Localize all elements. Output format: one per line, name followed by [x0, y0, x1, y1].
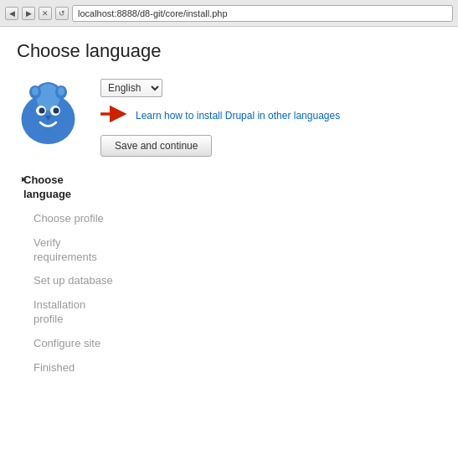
svg-point-6 [54, 108, 59, 114]
page-title: Choose language [17, 40, 441, 62]
step-label-set-up-database: Set up database [33, 274, 113, 288]
right-content: English French German Spanish [100, 75, 441, 157]
reload-button[interactable]: ↺ [55, 7, 69, 20]
forward-button[interactable]: ▶ [22, 7, 35, 20]
browser-chrome: ◀ ▶ ✕ ↺ localhost:8888/d8-git/core/insta… [0, 0, 458, 27]
step-label-choose-profile: Choose profile [33, 212, 104, 226]
step-choose-profile: Choose profile [20, 212, 441, 226]
learn-link[interactable]: Learn how to install Drupal in other lan… [136, 110, 340, 122]
step-label-finished: Finished [33, 361, 75, 375]
page-content: Choose language [0, 27, 458, 399]
step-verify-requirements: Verifyrequirements [20, 236, 441, 265]
step-label-configure-site: Configure site [33, 337, 100, 351]
active-step-arrow: ► [20, 174, 28, 184]
step-label-choose-language: Chooselanguage [23, 173, 71, 202]
language-select-wrapper: English French German Spanish [100, 79, 441, 97]
svg-point-9 [32, 87, 39, 96]
address-bar[interactable]: localhost:8888/d8-git/core/install.php [72, 5, 453, 22]
step-label-installation-profile: Installationprofile [33, 298, 85, 327]
logo-area [17, 75, 84, 157]
step-choose-language: ► Chooselanguage [20, 173, 441, 202]
url-text: localhost:8888/d8-git/core/install.php [78, 8, 228, 18]
step-finished: Finished [20, 361, 441, 375]
language-select[interactable]: English French German Spanish [100, 79, 162, 97]
svg-point-5 [39, 108, 45, 114]
drupal-logo [17, 75, 80, 147]
step-installation-profile: Installationprofile [20, 298, 441, 327]
main-area: English French German Spanish [17, 75, 441, 157]
close-button[interactable]: ✕ [39, 7, 52, 20]
red-arrow-icon [100, 106, 131, 125]
svg-point-10 [58, 87, 64, 96]
step-configure-site: Configure site [20, 337, 441, 351]
step-label-verify-requirements: Verifyrequirements [33, 236, 97, 265]
back-button[interactable]: ◀ [5, 7, 18, 20]
save-continue-button[interactable]: Save and continue [100, 135, 212, 157]
learn-link-row: Learn how to install Drupal in other lan… [100, 106, 441, 125]
step-set-up-database: Set up database [20, 274, 441, 288]
steps-area: ► Chooselanguage Choose profile Verifyre… [17, 173, 441, 375]
